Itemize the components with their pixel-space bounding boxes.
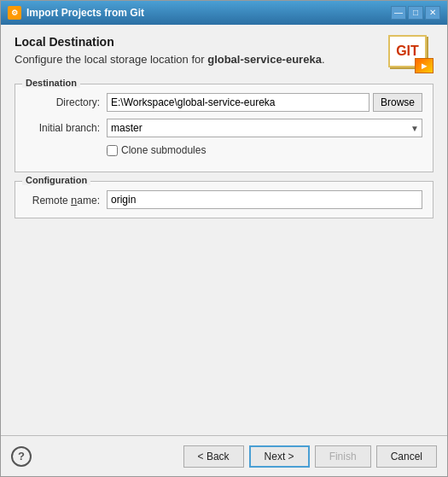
clone-submodules-row: Clone submodules	[107, 144, 422, 156]
branch-select-wrapper: master main develop ▼	[107, 119, 422, 137]
page-title: Local Destination	[15, 35, 378, 49]
help-button[interactable]: ?	[11, 446, 32, 467]
remote-name-label: Remote name:	[26, 194, 107, 207]
maximize-button[interactable]: □	[408, 6, 423, 20]
branch-label: Initial branch:	[26, 122, 107, 134]
remote-name-row: Remote name:	[26, 190, 422, 209]
back-button[interactable]: < Back	[183, 445, 244, 468]
directory-input[interactable]	[107, 93, 369, 112]
directory-label: Directory:	[26, 96, 107, 108]
destination-section-label: Destination	[22, 78, 80, 88]
minimize-button[interactable]: —	[391, 6, 406, 20]
main-window: ⚙ Import Projects from Git — □ ✕ Local D…	[0, 0, 448, 477]
content-spacer	[15, 227, 433, 425]
content-area: Local Destination Configure the local st…	[1, 25, 447, 435]
directory-row: Directory: Browse	[26, 93, 422, 112]
page-header: Local Destination Configure the local st…	[15, 35, 433, 73]
browse-button[interactable]: Browse	[373, 93, 422, 112]
project-name: global-service-eureka	[207, 53, 322, 66]
close-button[interactable]: ✕	[425, 6, 440, 20]
remote-name-input[interactable]	[107, 190, 422, 209]
description-prefix: Configure the local storage location for	[15, 53, 207, 66]
window-title: Import Projects from Git	[26, 7, 391, 19]
git-logo-overlay: ▶	[415, 58, 433, 73]
window-icon: ⚙	[8, 6, 21, 20]
window-controls: — □ ✕	[391, 6, 440, 20]
finish-button[interactable]: Finish	[315, 445, 371, 468]
page-header-text: Local Destination Configure the local st…	[15, 35, 378, 67]
git-logo: GIT ▶	[387, 35, 433, 73]
branch-row: Initial branch: master main develop ▼	[26, 119, 422, 137]
configuration-section-label: Configuration	[22, 175, 90, 185]
cancel-button[interactable]: Cancel	[376, 445, 437, 468]
clone-submodules-checkbox[interactable]	[107, 145, 118, 156]
title-bar: ⚙ Import Projects from Git — □ ✕	[1, 1, 447, 25]
configuration-section: Configuration Remote name:	[15, 181, 433, 218]
destination-section: Destination Directory: Browse Initial br…	[15, 84, 433, 172]
clone-submodules-label[interactable]: Clone submodules	[121, 144, 206, 156]
next-button[interactable]: Next >	[249, 445, 310, 468]
footer: ? < Back Next > Finish Cancel	[1, 435, 447, 476]
page-description: Configure the local storage location for…	[15, 52, 378, 67]
branch-select[interactable]: master main develop	[107, 119, 422, 137]
description-suffix: .	[322, 53, 325, 66]
